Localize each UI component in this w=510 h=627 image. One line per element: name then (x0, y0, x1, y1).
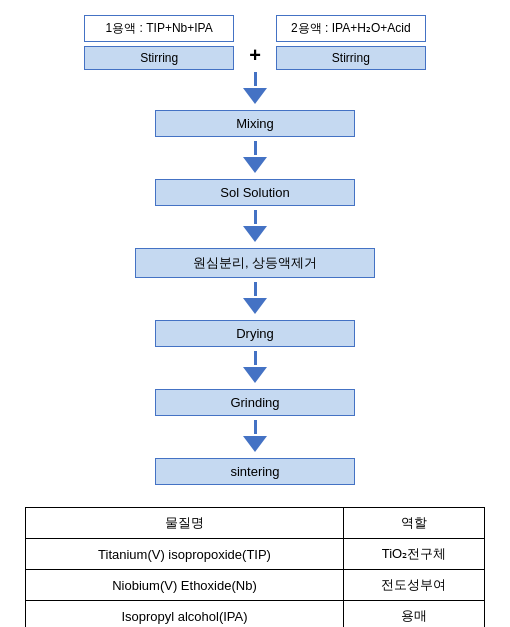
cell-material: Titanium(V) isopropoxide(TIP) (26, 539, 344, 570)
arrow-line (254, 72, 257, 86)
arrow-3 (243, 210, 267, 244)
materials-table-section: 물질명 역할 Titanium(V) isopropoxide(TIP)TiO₂… (25, 507, 485, 627)
arrow-head (243, 367, 267, 383)
solution1-stirring: Stirring (84, 46, 234, 70)
arrow-head (243, 157, 267, 173)
solution2-label: 2용액 : IPA+H₂O+Acid (276, 15, 426, 42)
solution1-group: 1용액 : TIP+Nb+IPA Stirring (79, 15, 239, 70)
sol-solution-box: Sol Solution (155, 179, 355, 206)
flowchart: 1용액 : TIP+Nb+IPA Stirring + 2용액 : IPA+H₂… (25, 15, 485, 487)
arrow-line (254, 210, 257, 224)
arrow-5 (243, 351, 267, 385)
top-solutions-row: 1용액 : TIP+Nb+IPA Stirring + 2용액 : IPA+H₂… (25, 15, 485, 70)
table-row: Titanium(V) isopropoxide(TIP)TiO₂전구체 (26, 539, 485, 570)
drying-box: Drying (155, 320, 355, 347)
table-row: Isopropyl alcohol(IPA)용매 (26, 601, 485, 628)
cell-material: Niobium(V) Ethoxide(Nb) (26, 570, 344, 601)
cell-role: TiO₂전구체 (343, 539, 484, 570)
cell-role: 전도성부여 (343, 570, 484, 601)
grinding-box: Grinding (155, 389, 355, 416)
solution2-stirring: Stirring (276, 46, 426, 70)
cell-role: 용매 (343, 601, 484, 628)
arrow-line (254, 351, 257, 365)
solution1-label: 1용액 : TIP+Nb+IPA (84, 15, 234, 42)
centrifuge-box: 원심분리, 상등액제거 (135, 248, 375, 278)
col-header-material: 물질명 (26, 508, 344, 539)
arrow-head (243, 436, 267, 452)
cell-material: Isopropyl alcohol(IPA) (26, 601, 344, 628)
mixing-box: Mixing (155, 110, 355, 137)
sintering-box: sintering (155, 458, 355, 485)
arrow-head (243, 88, 267, 104)
table-header-row: 물질명 역할 (26, 508, 485, 539)
solution2-group: 2용액 : IPA+H₂O+Acid Stirring (271, 15, 431, 70)
materials-table: 물질명 역할 Titanium(V) isopropoxide(TIP)TiO₂… (25, 507, 485, 627)
arrow-line (254, 420, 257, 434)
arrow-head (243, 226, 267, 242)
col-header-role: 역할 (343, 508, 484, 539)
plus-sign: + (249, 44, 261, 67)
arrow-4 (243, 282, 267, 316)
arrow-1 (243, 72, 267, 106)
table-row: Niobium(V) Ethoxide(Nb)전도성부여 (26, 570, 485, 601)
arrow-2 (243, 141, 267, 175)
arrow-line (254, 282, 257, 296)
arrow-line (254, 141, 257, 155)
arrow-head (243, 298, 267, 314)
arrow-6 (243, 420, 267, 454)
